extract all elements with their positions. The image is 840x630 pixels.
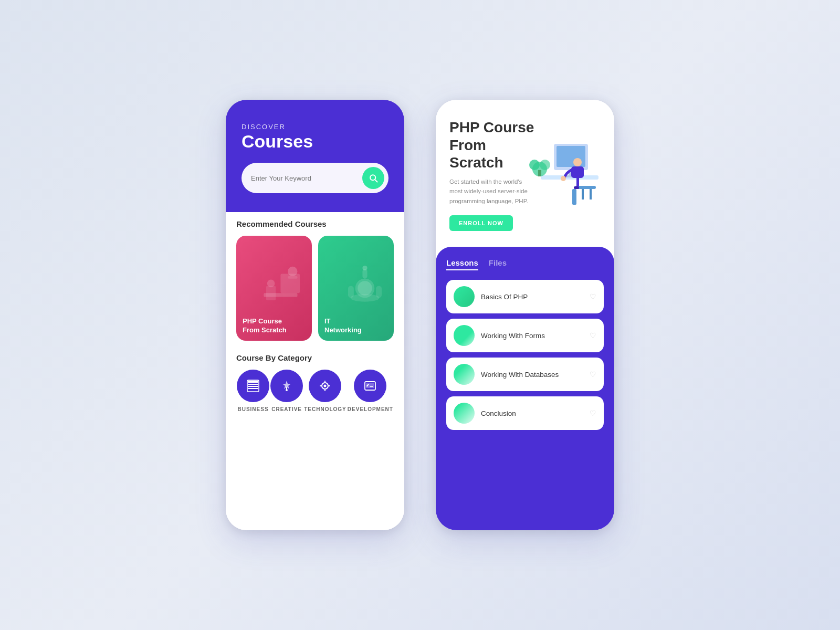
creative-icon [279, 379, 294, 393]
svg-rect-13 [248, 381, 258, 383]
it-card-label: ITNetworking [318, 311, 368, 341]
development-icon [363, 379, 377, 393]
development-icon-circle [354, 370, 386, 402]
svg-rect-12 [376, 286, 382, 298]
lesson-heart-1[interactable]: ♡ [590, 292, 596, 301]
tab-files[interactable]: Files [489, 258, 507, 270]
search-input[interactable] [251, 174, 362, 182]
technology-icon-circle [309, 370, 341, 402]
technology-label: TECHNOLOGY [304, 406, 346, 412]
tabs-row: Lessons Files [446, 258, 604, 270]
svg-rect-35 [576, 178, 579, 186]
enroll-button[interactable]: ENROLL NOW [449, 215, 513, 231]
svg-point-10 [362, 266, 367, 270]
course-card-php[interactable]: PHP CourseFrom Scratch [236, 236, 312, 341]
category-technology[interactable]: TECHNOLOGY [304, 370, 346, 412]
tab-lessons[interactable]: Lessons [446, 258, 478, 270]
svg-rect-34 [571, 166, 584, 178]
svg-point-2 [288, 267, 297, 276]
svg-rect-4 [266, 286, 276, 301]
top-section: DISCOVER Courses [226, 100, 404, 212]
search-icon [368, 173, 379, 183]
category-creative[interactable]: CREATIVE [270, 370, 303, 412]
courses-title: Courses [242, 132, 388, 151]
svg-rect-19 [286, 387, 287, 390]
lesson-item-2[interactable]: Working With Forms ♡ [446, 319, 604, 352]
svg-point-41 [540, 160, 550, 170]
svg-rect-32 [572, 189, 576, 205]
lesson-item-1[interactable]: Basics Of PHP ♡ [446, 280, 604, 313]
search-button[interactable] [362, 167, 384, 189]
lesson-name-1: Basics Of PHP [481, 293, 528, 301]
svg-rect-14 [248, 384, 258, 385]
lesson-heart-2[interactable]: ♡ [590, 331, 596, 340]
course-card-it[interactable]: ITNetworking [318, 236, 394, 341]
categories-row: BUSINESS CREATIVE [236, 370, 394, 412]
lesson-heart-4[interactable]: ♡ [590, 409, 596, 417]
lesson-item-4[interactable]: Conclusion ♡ [446, 396, 604, 430]
svg-rect-15 [248, 386, 258, 387]
phone-right: PHP CourseFrom Scratch Get started with … [436, 100, 614, 530]
phone-left: DISCOVER Courses Recommended Courses [226, 100, 404, 530]
discover-label: DISCOVER [242, 123, 388, 131]
creative-icon-circle [270, 370, 303, 402]
courses-row: PHP CourseFrom Scratch [236, 236, 394, 341]
svg-rect-36 [574, 186, 579, 189]
category-development[interactable]: DEVELOPMENT [348, 370, 393, 412]
development-label: DEVELOPMENT [348, 406, 393, 412]
business-icon-circle [237, 370, 269, 402]
lesson-item-3[interactable]: Working With Databases ♡ [446, 358, 604, 391]
creative-label: CREATIVE [271, 406, 302, 412]
category-business[interactable]: BUSINESS [237, 370, 269, 412]
svg-point-5 [267, 280, 275, 288]
hero-section: PHP CourseFrom Scratch Get started with … [436, 100, 614, 247]
svg-point-21 [324, 385, 327, 387]
hero-desc: Get started with the world's most widely… [449, 177, 536, 206]
hero-illustration [525, 112, 609, 217]
lesson-name-2: Working With Forms [481, 332, 545, 340]
svg-point-33 [573, 158, 582, 166]
lesson-name-3: Working With Databases [481, 371, 559, 379]
svg-rect-16 [248, 388, 258, 389]
lesson-dot-3 [454, 364, 475, 385]
lesson-dot-4 [454, 403, 475, 424]
search-bar [242, 163, 388, 193]
business-icon [246, 379, 260, 393]
lesson-list: Basics Of PHP ♡ Working With Forms ♡ Wor… [446, 280, 604, 430]
recommended-title: Recommended Courses [236, 219, 394, 228]
svg-point-37 [561, 176, 566, 181]
lesson-heart-3[interactable]: ♡ [590, 370, 596, 379]
bottom-section: Recommended Courses [226, 207, 404, 530]
lessons-section: Lessons Files Basics Of PHP ♡ Working Wi… [436, 247, 614, 530]
category-title: Course By Category [236, 353, 394, 362]
svg-rect-3 [288, 276, 297, 279]
lesson-dot-2 [454, 325, 475, 346]
svg-rect-11 [348, 286, 354, 298]
svg-point-8 [358, 281, 372, 296]
svg-rect-31 [590, 189, 592, 200]
business-label: BUSINESS [237, 406, 268, 412]
php-card-label: PHP CourseFrom Scratch [236, 311, 293, 341]
svg-point-40 [529, 160, 540, 170]
lesson-dot-1 [454, 286, 475, 307]
lesson-name-4: Conclusion [481, 410, 516, 417]
technology-icon [318, 379, 332, 393]
svg-rect-30 [582, 189, 584, 200]
phones-container: DISCOVER Courses Recommended Courses [226, 100, 614, 530]
